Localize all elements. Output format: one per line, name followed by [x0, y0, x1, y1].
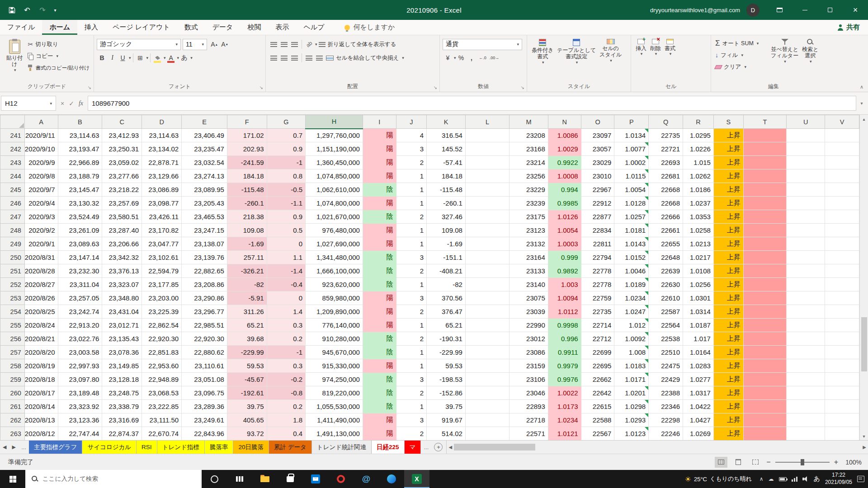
cell-E255[interactable]: 22,985.51 — [182, 319, 227, 332]
cell-N249[interactable]: 1.0003 — [548, 237, 581, 251]
cell-N263[interactable]: 1.0121 — [548, 427, 581, 441]
cell-B257[interactable]: 23,003.58 — [58, 346, 102, 359]
cut-button[interactable]: ✂切り取り — [26, 39, 91, 50]
cell-E250[interactable]: 23,139.76 — [182, 251, 227, 264]
comma-style-button[interactable]: , — [467, 53, 477, 63]
cell-R256[interactable]: 1.017 — [683, 332, 713, 346]
network-icon[interactable] — [792, 477, 797, 482]
cell-F248[interactable]: 109.08 — [227, 224, 267, 237]
sheet-tab-3[interactable]: トレンド指標 — [157, 441, 205, 454]
cell-G258[interactable]: 0.3 — [267, 359, 306, 373]
cell-N256[interactable]: 0.996 — [548, 332, 581, 346]
cell-F258[interactable]: 59.53 — [227, 359, 267, 373]
cell-A250[interactable]: 2020/8/31 — [24, 251, 58, 264]
cell-S241[interactable]: 上昇 — [713, 129, 743, 142]
cell-S245[interactable]: 上昇 — [713, 183, 743, 197]
zoom-level[interactable]: 100% — [843, 459, 862, 466]
cell-S242[interactable]: 上昇 — [713, 142, 743, 156]
account-email[interactable]: dryyourtearswithlove1@gmail.com — [650, 7, 740, 14]
cell-A261[interactable]: 2020/8/14 — [24, 400, 58, 413]
cell-A247[interactable]: 2020/9/3 — [24, 210, 58, 224]
cell-R258[interactable]: 1.0283 — [683, 359, 713, 373]
cell-H261[interactable]: 1,055,530,000 — [306, 400, 363, 413]
cell-G244[interactable]: 0.8 — [267, 169, 306, 183]
cell-M254[interactable]: 23039 — [509, 305, 548, 319]
cell-D256[interactable]: 22,920.30 — [142, 332, 182, 346]
cell-P254[interactable]: 1.0247 — [614, 305, 649, 319]
cell-P245[interactable]: 1.0054 — [614, 183, 649, 197]
cell-B242[interactable]: 23,193.47 — [58, 142, 102, 156]
cell-O243[interactable]: 23029 — [581, 156, 614, 169]
cell-D259[interactable]: 22,948.89 — [142, 373, 182, 386]
borders-button[interactable]: ⊞ — [135, 53, 146, 63]
cell-A244[interactable]: 2020/9/8 — [24, 169, 58, 183]
cell-G261[interactable]: 0.2 — [267, 400, 306, 413]
cell-J250[interactable]: 3 — [396, 251, 427, 264]
cell-K253[interactable]: 370.56 — [427, 291, 466, 305]
cell-V259[interactable] — [825, 373, 859, 386]
cell-P253[interactable]: 1.0234 — [614, 291, 649, 305]
page-layout-view-button[interactable] — [732, 457, 745, 468]
cell-J245[interactable]: 1 — [396, 183, 427, 197]
cell-D255[interactable]: 22,862.54 — [142, 319, 182, 332]
cell-Q241[interactable]: 22735 — [649, 129, 683, 142]
cell-T251[interactable] — [743, 264, 786, 278]
cell-B254[interactable]: 23,242.74 — [58, 305, 102, 319]
cell-M250[interactable]: 23164 — [509, 251, 548, 264]
cell-M253[interactable]: 23075 — [509, 291, 548, 305]
cell-J262[interactable]: 3 — [396, 413, 427, 427]
zoom-in-button[interactable]: + — [834, 458, 838, 466]
cell-M252[interactable]: 23140 — [509, 278, 548, 291]
cell-H248[interactable]: 976,480,000 — [306, 224, 363, 237]
cell-P256[interactable]: 1.0092 — [614, 332, 649, 346]
orientation-button[interactable]: ab — [304, 39, 314, 50]
cell-B256[interactable]: 23,022.76 — [58, 332, 102, 346]
row-header-241[interactable]: 241 — [0, 129, 25, 142]
cell-I242[interactable]: 陽 — [363, 142, 396, 156]
cell-R243[interactable]: 1.015 — [683, 156, 713, 169]
cell-K243[interactable]: -57.41 — [427, 156, 466, 169]
cell-B263[interactable]: 22,747.44 — [58, 427, 102, 441]
cell-M255[interactable]: 22990 — [509, 319, 548, 332]
mail-button[interactable] — [303, 470, 328, 488]
cell-U249[interactable] — [786, 237, 825, 251]
zoom-slider-thumb[interactable] — [801, 459, 804, 465]
cell-A243[interactable]: 2020/9/9 — [24, 156, 58, 169]
cell-R249[interactable]: 1.0213 — [683, 237, 713, 251]
cell-K262[interactable]: 919.67 — [427, 413, 466, 427]
cell-J251[interactable]: 2 — [396, 264, 427, 278]
cell-I254[interactable]: 陽 — [363, 305, 396, 319]
cell-N242[interactable]: 1.0029 — [548, 142, 581, 156]
cell-U260[interactable] — [786, 386, 825, 400]
cell-V246[interactable] — [825, 197, 859, 210]
scroll-left-arrow-icon[interactable]: ◀ — [448, 445, 452, 450]
cell-I263[interactable]: 陽 — [363, 427, 396, 441]
cell-C263[interactable]: 22,874.37 — [102, 427, 142, 441]
cell-T248[interactable] — [743, 224, 786, 237]
cell-E243[interactable]: 23,032.54 — [182, 156, 227, 169]
vertical-scrollbar-thumb[interactable] — [861, 317, 867, 371]
cell-N262[interactable]: 1.0234 — [548, 413, 581, 427]
cell-M263[interactable]: 22571 — [509, 427, 548, 441]
cell-V244[interactable] — [825, 169, 859, 183]
ribbon-tab-5[interactable]: 校閲 — [240, 20, 268, 35]
cell-L261[interactable] — [465, 400, 509, 413]
column-header-A[interactable]: A — [24, 115, 58, 129]
cell-N253[interactable]: 1.0094 — [548, 291, 581, 305]
alignment-dialog-launcher[interactable]: ↘ — [434, 85, 437, 90]
cell-O250[interactable]: 22794 — [581, 251, 614, 264]
cell-N246[interactable]: 0.9985 — [548, 197, 581, 210]
cell-F263[interactable]: 93.72 — [227, 427, 267, 441]
cell-L257[interactable] — [465, 346, 509, 359]
cell-H258[interactable]: 915,330,000 — [306, 359, 363, 373]
cell-V241[interactable] — [825, 129, 859, 142]
sort-filter-button[interactable]: 並べ替えと フィルター▾ — [769, 38, 800, 82]
cell-Q247[interactable]: 22666 — [649, 210, 683, 224]
cell-U262[interactable] — [786, 413, 825, 427]
conditional-formatting-button[interactable]: 条件付き 書式▾ — [530, 38, 555, 82]
cell-H254[interactable]: 1,209,890,000 — [306, 305, 363, 319]
cell-R248[interactable]: 1.0258 — [683, 224, 713, 237]
cell-D253[interactable]: 23,203.00 — [142, 291, 182, 305]
cell-K254[interactable]: 376.47 — [427, 305, 466, 319]
column-header-O[interactable]: O — [581, 115, 614, 129]
